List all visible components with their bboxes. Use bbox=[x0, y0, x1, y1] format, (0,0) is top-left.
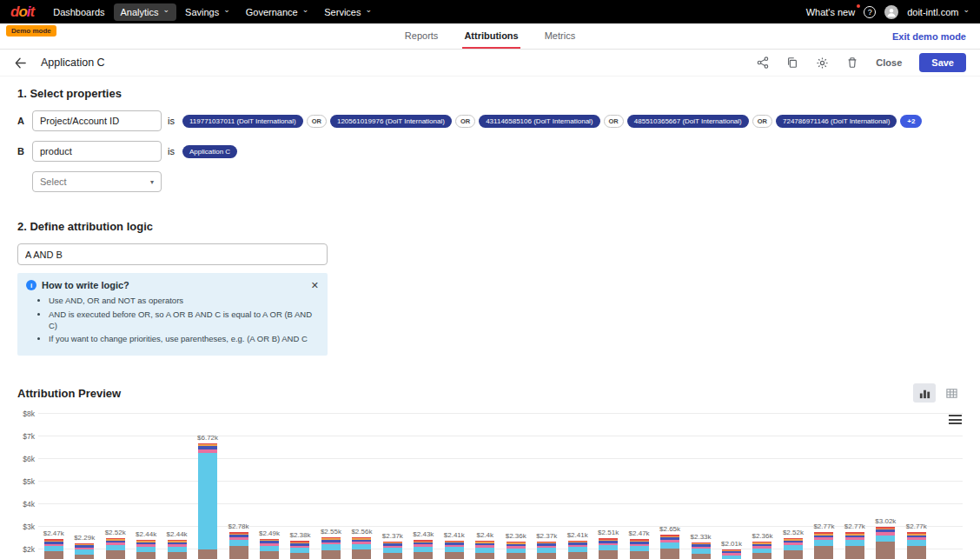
logo-letter: o bbox=[18, 3, 26, 20]
bar[interactable] bbox=[752, 542, 771, 559]
value-chip[interactable]: Application C bbox=[182, 145, 237, 158]
chevron-down-icon: ⌄ bbox=[302, 6, 309, 14]
share-button[interactable] bbox=[757, 57, 769, 69]
exit-demo-link[interactable]: Exit demo mode bbox=[892, 31, 966, 42]
bar[interactable] bbox=[321, 537, 341, 559]
value-chip[interactable]: 119771037011 (DoiT International) bbox=[182, 115, 303, 128]
bar-value-label: $6.72k bbox=[189, 434, 227, 442]
save-button[interactable]: Save bbox=[919, 53, 966, 72]
tab-reports[interactable]: Reports bbox=[403, 23, 440, 49]
delete-button[interactable] bbox=[846, 57, 858, 69]
whats-new-link[interactable]: What's new bbox=[806, 7, 856, 17]
bar-segment bbox=[845, 546, 864, 559]
chart-plot: $1k$2k$3k$4k$5k$6k$7k$8k$2.47k$2.29k$2.5… bbox=[38, 414, 963, 559]
bar[interactable] bbox=[383, 542, 402, 559]
row-a-operator: is bbox=[168, 116, 175, 126]
tab-metrics[interactable]: Metrics bbox=[543, 23, 577, 49]
bar[interactable] bbox=[599, 538, 618, 559]
logic-input[interactable] bbox=[17, 243, 328, 265]
bar[interactable] bbox=[229, 532, 248, 559]
or-chip[interactable]: OR bbox=[455, 115, 475, 128]
table-view-toggle[interactable] bbox=[940, 383, 963, 403]
bar[interactable] bbox=[876, 527, 895, 559]
bar-segment bbox=[660, 549, 679, 559]
bar[interactable] bbox=[784, 538, 803, 559]
account-name: doit-intl.com bbox=[907, 7, 958, 17]
account-menu[interactable]: doit-intl.com ⌄ bbox=[907, 7, 970, 17]
bar-segment bbox=[907, 546, 926, 559]
bar[interactable] bbox=[168, 540, 187, 559]
back-button[interactable] bbox=[14, 57, 27, 70]
share-icon bbox=[757, 57, 769, 69]
value-chip[interactable]: 724786971146 (DoiT International) bbox=[776, 115, 897, 128]
chart-view-toggle[interactable] bbox=[913, 383, 936, 403]
help-bullet: AND is executed before OR, so A OR B AND… bbox=[49, 309, 319, 332]
close-button[interactable]: Close bbox=[876, 57, 902, 68]
bar[interactable] bbox=[352, 537, 371, 559]
bar[interactable] bbox=[290, 541, 309, 559]
bar-chart-icon bbox=[918, 387, 931, 400]
bar-segment bbox=[752, 553, 771, 559]
gear-icon bbox=[816, 57, 829, 70]
bar[interactable] bbox=[475, 541, 494, 559]
bar[interactable] bbox=[106, 538, 125, 559]
bar[interactable] bbox=[260, 539, 279, 559]
attribution-chart: $1k$2k$3k$4k$5k$6k$7k$8k$2.47k$2.29k$2.5… bbox=[17, 408, 963, 559]
or-chip[interactable]: OR bbox=[752, 115, 772, 128]
bar[interactable] bbox=[445, 541, 464, 559]
bar[interactable] bbox=[44, 539, 63, 559]
bar-segment bbox=[814, 546, 833, 559]
bar-segment bbox=[814, 540, 833, 546]
gridline bbox=[38, 481, 963, 482]
main-content: 1. Select properties A is 119771037011 (… bbox=[0, 77, 980, 559]
bar[interactable] bbox=[845, 532, 864, 559]
settings-button[interactable] bbox=[816, 57, 829, 70]
y-tick-label: $2k bbox=[16, 545, 35, 554]
bar[interactable] bbox=[414, 540, 433, 559]
or-chip[interactable]: OR bbox=[307, 115, 327, 128]
nav-services[interactable]: Services⌄ bbox=[317, 3, 379, 21]
bar[interactable] bbox=[814, 532, 833, 559]
bar[interactable] bbox=[198, 443, 217, 559]
help-bullet: Use AND, OR and NOT as operators bbox=[49, 296, 319, 307]
bar-segment bbox=[383, 553, 402, 559]
topnav-right: What's new ? doit-intl.com ⌄ bbox=[806, 5, 970, 19]
bar[interactable] bbox=[537, 542, 556, 559]
doit-logo[interactable]: doit bbox=[10, 3, 34, 21]
bar-segment bbox=[352, 549, 371, 559]
bar[interactable] bbox=[907, 532, 926, 559]
bar[interactable] bbox=[136, 540, 156, 559]
tab-attributions[interactable]: Attributions bbox=[462, 23, 520, 49]
gridline bbox=[38, 413, 963, 414]
bar[interactable] bbox=[630, 539, 649, 559]
or-chip[interactable]: OR bbox=[604, 115, 624, 128]
row-b-field-input[interactable] bbox=[32, 141, 162, 162]
value-chip[interactable]: 485510365667 (DoiT International) bbox=[627, 115, 749, 128]
bar[interactable] bbox=[507, 542, 526, 559]
bar-segment bbox=[568, 552, 587, 559]
nav-governance[interactable]: Governance⌄ bbox=[239, 3, 315, 21]
property-row-a: A is 119771037011 (DoiT International)OR… bbox=[17, 110, 963, 131]
nav-dashboards[interactable]: Dashboards bbox=[46, 3, 111, 21]
value-chip[interactable]: 431146585106 (DoiT International) bbox=[479, 115, 599, 128]
property-row-b: B is Application C bbox=[17, 141, 963, 162]
help-close-icon[interactable]: ✕ bbox=[311, 281, 319, 290]
more-chip[interactable]: +2 bbox=[900, 115, 922, 128]
help-icon[interactable]: ? bbox=[864, 6, 876, 18]
bar[interactable] bbox=[660, 535, 679, 559]
duplicate-button[interactable] bbox=[786, 57, 798, 69]
bar[interactable] bbox=[692, 542, 711, 559]
gridline bbox=[38, 458, 963, 459]
bar-segment bbox=[106, 550, 125, 559]
bar-segment bbox=[321, 550, 341, 559]
bar[interactable] bbox=[722, 549, 741, 559]
property-select[interactable]: Select ▾ bbox=[32, 171, 162, 192]
avatar[interactable] bbox=[884, 5, 898, 19]
nav-analytics[interactable]: Analytics⌄ bbox=[114, 3, 177, 21]
value-chip[interactable]: 120561019976 (DoiT International) bbox=[330, 115, 452, 128]
y-tick-label: $5k bbox=[16, 477, 35, 486]
nav-savings[interactable]: Savings⌄ bbox=[178, 3, 237, 21]
bar[interactable] bbox=[568, 541, 587, 559]
row-a-field-input[interactable] bbox=[32, 110, 162, 131]
bar[interactable] bbox=[75, 543, 94, 559]
